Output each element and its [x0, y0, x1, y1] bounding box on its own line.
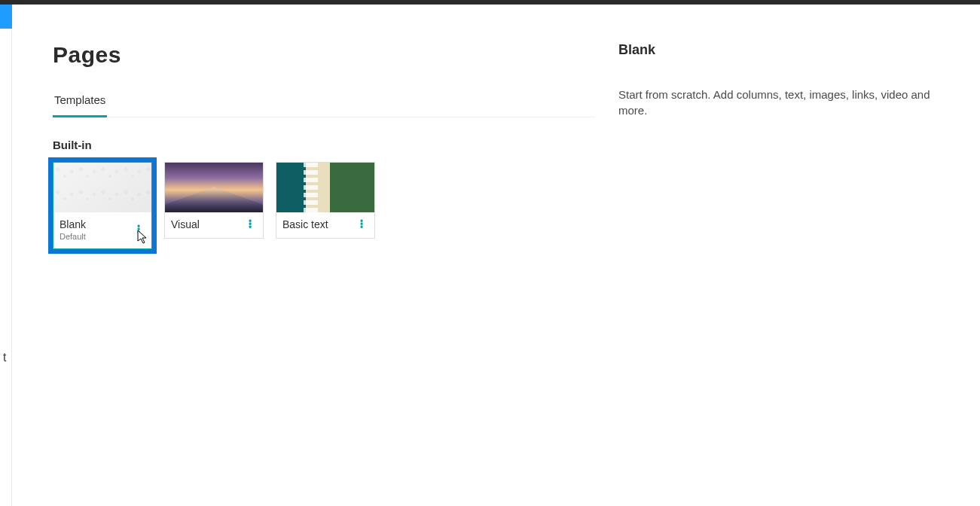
tab-templates[interactable]: Templates — [53, 90, 107, 117]
template-card-subtitle: Default — [60, 232, 86, 241]
template-card-body: Basic text ••• — [276, 212, 374, 238]
template-card-visual[interactable]: Visual ••• — [164, 162, 264, 239]
more-vertical-icon[interactable]: ••• — [355, 220, 368, 229]
template-card-wrap: Visual ••• — [164, 162, 264, 249]
main-panel: Pages Templates Built-in Blank Default •… — [12, 5, 618, 506]
template-card-wrap: Basic text ••• — [276, 162, 375, 249]
template-card-title: Visual — [171, 218, 200, 230]
template-card-wrap: Blank Default ••• — [53, 162, 152, 249]
details-panel: Blank Start from scratch. Add columns, t… — [618, 5, 980, 506]
template-card-title: Blank — [60, 218, 86, 230]
template-thumbnail — [53, 163, 151, 212]
template-card-title: Basic text — [282, 218, 328, 230]
page-title: Pages — [53, 42, 618, 68]
template-card-list: Blank Default ••• Visual ••• — [53, 162, 618, 249]
details-description: Start from scratch. Add columns, text, i… — [618, 87, 960, 118]
template-card-blank[interactable]: Blank Default ••• — [53, 162, 152, 249]
template-card-basic-text[interactable]: Basic text ••• — [276, 162, 375, 239]
truncated-nav-text: t — [3, 351, 6, 364]
left-rail: t — [0, 5, 12, 506]
template-card-body: Visual ••• — [165, 212, 263, 238]
tabs: Templates — [53, 90, 618, 117]
tab-underline-track — [53, 117, 595, 117]
left-rail-accent — [0, 5, 12, 29]
more-vertical-icon[interactable]: ••• — [132, 225, 145, 234]
template-thumbnail — [276, 163, 374, 212]
template-card-body: Blank Default ••• — [53, 212, 151, 248]
template-thumbnail — [165, 163, 263, 212]
details-title: Blank — [618, 42, 960, 58]
more-vertical-icon[interactable]: ••• — [243, 220, 257, 229]
section-heading-builtin: Built-in — [53, 139, 618, 151]
